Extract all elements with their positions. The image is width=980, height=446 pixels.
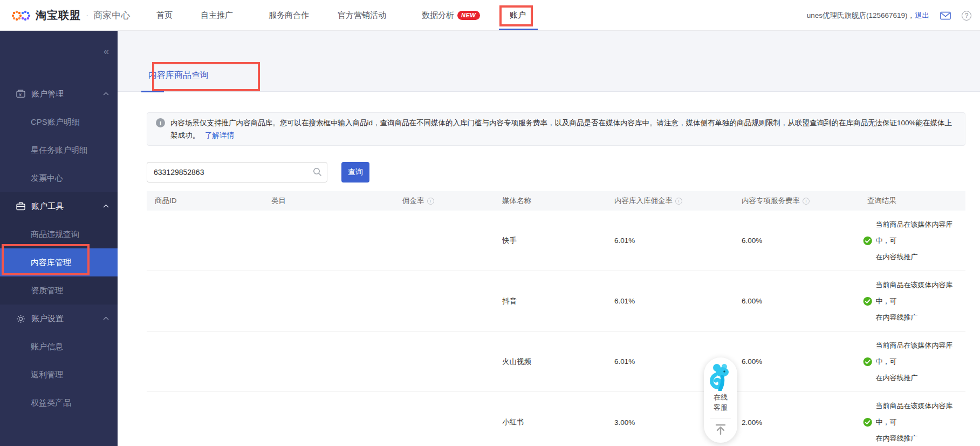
col-label: 查询结果 <box>867 196 896 206</box>
svg-text:¥: ¥ <box>18 92 22 97</box>
cell-service-fee: 2.00% <box>742 418 867 427</box>
cell-media-name: 快手 <box>502 236 614 246</box>
notice-text: 内容场景仅支持推广内容商品库。您可以在搜索框中输入商品id，查询商品在不同媒体的… <box>170 117 954 141</box>
notice-banner: i 内容场景仅支持推广内容商品库。您可以在搜索框中输入商品id，查询商品在不同媒… <box>147 112 965 146</box>
cell-query-result: 当前商品在该媒体内容库中，可 在内容线推广 <box>863 398 961 446</box>
cell-query-result: 当前商品在该媒体内容库中，可 在内容线推广 <box>863 337 961 386</box>
table-row: 火山视频 6.01% 6.00% 当前商品在该媒体内容库中，可 在内容线推广 <box>147 332 965 392</box>
sidebar-section-account-management[interactable]: ¥ 账户管理 <box>0 80 118 108</box>
col-label: 佣金率 <box>402 196 424 206</box>
sidebar-section-label: 账户工具 <box>31 201 64 212</box>
cell-query-result: 当前商品在该媒体内容库中，可 在内容线推广 <box>863 217 961 265</box>
info-icon: i <box>156 118 165 127</box>
nav-tab-account[interactable]: 账户 <box>510 0 526 31</box>
chevron-up-icon[interactable] <box>103 92 109 96</box>
col-product-id: 商品ID <box>147 196 271 206</box>
sidebar-item-benefit-products[interactable]: 权益类产品 <box>0 389 118 417</box>
nav-tab-service-provider[interactable]: 服务商合作 <box>269 0 309 31</box>
wallet-icon: ¥ <box>16 90 25 98</box>
cell-media-name: 抖音 <box>502 296 614 306</box>
sidebar-section-label: 账户管理 <box>31 89 64 99</box>
brand-name: 淘宝联盟 <box>36 8 81 23</box>
col-label: 媒体名称 <box>502 196 531 206</box>
result-table: 商品ID 类目 佣金率i 媒体名称 内容库入库佣金率i 内容专项服务费率i 查询… <box>147 191 965 446</box>
search-row: 查询 <box>147 162 965 183</box>
app-window: 淘宝联盟 · 商家中心 首页 自主推广 服务商合作 官方营销活动 数据分析 NE… <box>0 0 980 446</box>
sidebar-section-group-account-tools: 账户工具 商品违规查询 内容库管理 资质管理 <box>0 192 118 305</box>
info-icon[interactable]: i <box>675 198 682 205</box>
sidebar-section-account-settings[interactable]: 账户设置 <box>0 305 118 333</box>
page-tab-indicator <box>141 91 164 92</box>
result-text: 当前商品在该媒体内容库中，可 在内容线推广 <box>875 217 961 265</box>
active-tab-indicator <box>499 29 538 30</box>
customer-service-mascot-icon[interactable] <box>708 363 733 391</box>
logout-link[interactable]: 退出 <box>915 11 929 19</box>
sidebar-item-product-violation-query[interactable]: 商品违规查询 <box>0 220 118 248</box>
nav-tab-self-promotion[interactable]: 自主推广 <box>201 0 233 31</box>
table-row: 快手 6.01% 6.00% 当前商品在该媒体内容库中，可 在内容线推广 <box>147 211 965 271</box>
content-area: i 内容场景仅支持推广内容商品库。您可以在搜索框中输入商品id，查询商品在不同媒… <box>118 92 980 446</box>
query-button[interactable]: 查询 <box>341 162 369 183</box>
chevron-up-icon[interactable] <box>103 316 109 320</box>
success-check-icon <box>863 296 872 307</box>
result-text: 当前商品在该媒体内容库中，可 在内容线推广 <box>875 337 961 386</box>
sidebar-section-label: 账户设置 <box>31 314 64 324</box>
sidebar-item-cps-account-detail[interactable]: CPS账户明细 <box>0 108 118 136</box>
success-check-icon <box>863 356 872 367</box>
col-label: 内容库入库佣金率 <box>614 196 673 206</box>
cell-media-name: 火山视频 <box>502 357 614 367</box>
success-check-icon <box>863 417 872 428</box>
search-icon[interactable] <box>313 167 322 177</box>
sidebar-item-star-task-account-detail[interactable]: 星任务账户明细 <box>0 136 118 164</box>
new-badge: NEW <box>457 11 480 20</box>
nav-tab-official-marketing[interactable]: 官方营销活动 <box>338 0 386 31</box>
sidebar-item-rebate-management[interactable]: 返利管理 <box>0 361 118 389</box>
table-header-row: 商品ID 类目 佣金率i 媒体名称 内容库入库佣金率i 内容专项服务费率i 查询… <box>147 191 965 211</box>
cell-service-fee: 6.00% <box>742 357 867 366</box>
help-icon[interactable]: ? <box>962 11 971 21</box>
success-check-icon <box>863 235 872 246</box>
sidebar-item-invoice-center[interactable]: 发票中心 <box>0 164 118 192</box>
sidebar-item-account-info[interactable]: 账户信息 <box>0 333 118 361</box>
cell-query-result: 当前商品在该媒体内容库中，可 在内容线推广 <box>863 277 961 326</box>
info-icon[interactable]: i <box>427 198 434 205</box>
col-commission-rate: 佣金率i <box>402 196 502 206</box>
online-service-label[interactable]: 在线客服 <box>712 392 729 413</box>
cell-media-name: 小红书 <box>502 417 614 427</box>
floating-service-widget: 在线客服 <box>704 357 737 443</box>
gear-icon <box>16 314 25 323</box>
col-category: 类目 <box>271 196 402 206</box>
back-to-top-icon[interactable] <box>714 423 727 435</box>
nav-tab-home[interactable]: 首页 <box>156 0 173 31</box>
info-icon[interactable]: i <box>803 198 810 205</box>
top-bar: 淘宝联盟 · 商家中心 首页 自主推广 服务商合作 官方营销活动 数据分析 NE… <box>0 0 980 31</box>
search-field-wrap <box>147 162 327 183</box>
notice-body: 内容场景仅支持推广内容商品库。您可以在搜索框中输入商品id，查询商品在不同媒体的… <box>170 119 952 139</box>
brand-subtitle: 商家中心 <box>93 9 130 22</box>
brand-logo[interactable]: 淘宝联盟 · 商家中心 <box>11 0 130 31</box>
sidebar-menu: ¥ 账户管理 CPS账户明细 星任务账户明细 发票中心 账户工具 <box>0 80 118 417</box>
sidebar-collapse-icon[interactable]: « <box>104 46 109 57</box>
sidebar: « ¥ 账户管理 CPS账户明细 星任务账户明细 发票中心 <box>0 31 118 446</box>
cell-service-fee: 6.00% <box>742 297 867 305</box>
cell-service-fee: 6.00% <box>742 236 867 245</box>
result-text: 当前商品在该媒体内容库中，可 在内容线推广 <box>875 277 961 326</box>
main-content: 内容库商品查询 i 内容场景仅支持推广内容商品库。您可以在搜索框中输入商品id，… <box>118 31 980 446</box>
page-title[interactable]: 内容库商品查询 <box>148 70 209 81</box>
nav-tab-data-analysis-label: 数据分析 <box>422 10 454 21</box>
col-query-result: 查询结果 <box>867 196 965 206</box>
product-id-input[interactable] <box>147 162 327 183</box>
sidebar-section-account-tools[interactable]: 账户工具 <box>0 192 118 220</box>
col-label: 类目 <box>271 196 286 206</box>
table-row: 小红书 3.00% 2.00% 当前商品在该媒体内容库中，可 在内容线推广 <box>147 392 965 446</box>
nav-tab-data-analysis[interactable]: 数据分析 NEW <box>422 0 480 31</box>
col-label: 商品ID <box>155 196 177 206</box>
account-name: unes优理氏旗舰店(125667619)， <box>807 11 915 19</box>
mail-icon[interactable] <box>940 11 951 20</box>
table-row: 抖音 6.01% 6.00% 当前商品在该媒体内容库中，可 在内容线推广 <box>147 271 965 332</box>
learn-more-link[interactable]: 了解详情 <box>205 131 234 139</box>
page-tab-bar: 内容库商品查询 <box>118 31 980 92</box>
chevron-up-icon[interactable] <box>103 204 109 208</box>
sidebar-item-content-library-management[interactable]: 内容库管理 <box>0 248 118 276</box>
sidebar-item-qualification-management[interactable]: 资质管理 <box>0 276 118 305</box>
